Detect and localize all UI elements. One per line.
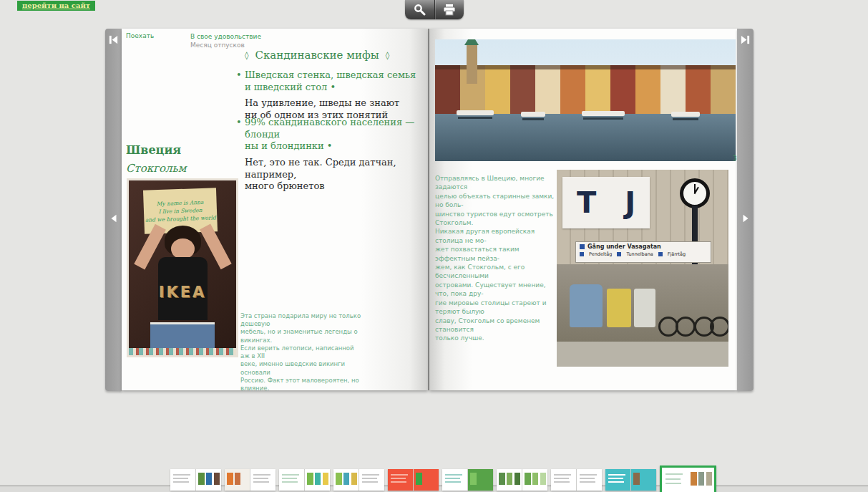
right-page[interactable]: Отправляясь в Швецию, многие задаются це…: [429, 29, 737, 390]
thumbnail-page: [688, 468, 713, 492]
photo-figure: [171, 238, 195, 259]
service-label: Fjärrtåg: [668, 251, 686, 257]
thumbnail-page: [577, 469, 602, 491]
filmstrip-thumbnail[interactable]: [551, 469, 602, 491]
thumbnail-page: [468, 469, 493, 491]
next-page-button[interactable]: [737, 210, 754, 227]
recycling-bin: [607, 289, 631, 327]
diamond-icon: ◊: [245, 51, 248, 60]
visit-site-link[interactable]: перейти на сайт: [17, 1, 95, 11]
filmstrip-thumbnail[interactable]: [333, 469, 384, 491]
boat: [457, 110, 494, 115]
subrubric: В свое удовольствие Месяц отпусков: [190, 32, 261, 49]
filmstrip-thumbnail[interactable]: [279, 469, 330, 491]
rubric-label: Поехать: [126, 32, 154, 39]
thumbnail-page: [522, 469, 547, 491]
sign-pictogram-icon: [580, 244, 585, 249]
bullet-icon: •: [236, 117, 242, 127]
filmstrip-thumbnail[interactable]: [388, 469, 439, 491]
last-page-button[interactable]: [737, 31, 754, 48]
sign-title: Gång under Vasagatan: [587, 243, 661, 250]
right-navigation-strip: [737, 29, 754, 391]
skip-to-first-icon: [108, 34, 119, 45]
filmstrip-thumbnail[interactable]: [497, 469, 547, 491]
photo-figure: [129, 348, 236, 355]
left-page[interactable]: Поехать В свое удовольствие Месяц отпуск…: [122, 29, 428, 390]
recycling-bin: [634, 289, 655, 327]
boat: [582, 111, 625, 116]
search-icon: [414, 4, 426, 16]
country-heading: Швеция: [126, 143, 181, 157]
print-button[interactable]: [435, 0, 464, 19]
pavement: [557, 342, 728, 367]
metro-entrance-photo: T J Gång under Vasagatan Pendeltåg Tunne…: [557, 170, 728, 367]
thumbnail-page: [663, 468, 688, 492]
bullet-icon: •: [236, 69, 242, 80]
ikea-woman-photo: My name is Anna I live in Sweden and we …: [127, 178, 238, 357]
body-text: Отправляясь в Швецию, многие задаются це…: [435, 174, 555, 343]
vasagatan-sign: Gång under Vasagatan Pendeltåg Tunnelban…: [575, 241, 711, 263]
boat: [521, 112, 545, 117]
diamond-icon: ◊: [386, 51, 389, 60]
thumbnail-page: [359, 469, 384, 491]
previous-page-button[interactable]: [105, 210, 122, 227]
myth-answer: Нет, это не так. Среди датчан, например,…: [245, 157, 420, 193]
filmstrip-thumbnail-selected[interactable]: [660, 466, 716, 492]
flipbook: Поехать В свое удовольствие Месяц отпуск…: [105, 29, 754, 391]
bicycle-wheel: [710, 317, 728, 337]
thumbnail-page: [279, 469, 304, 491]
myth-item: • 99% скандинавского населения — блонди …: [245, 117, 420, 193]
skip-to-last-icon: [740, 34, 751, 45]
filmstrip-thumbnail[interactable]: [442, 469, 493, 491]
thumbnail-page: [170, 469, 195, 491]
rail-icon: [658, 252, 663, 256]
harbor-water: [435, 114, 736, 161]
metro-letters-sign: T J: [562, 177, 650, 228]
subrubric-line1: В свое удовольствие: [190, 32, 261, 41]
filmstrip-thumbnail[interactable]: [225, 469, 275, 491]
service-label: Pendeltåg: [589, 251, 612, 257]
page-number: 3: [733, 155, 737, 162]
zoom-button[interactable]: [405, 0, 435, 19]
filmstrip-thumbnail[interactable]: [605, 469, 656, 491]
recycling-bin: [570, 284, 603, 327]
thumbnail-page: [225, 469, 250, 491]
myth-item: • Шведская стенка, шведская семья и швед…: [245, 69, 420, 122]
tower-with-green-spire: [467, 44, 477, 84]
metro-letter-j: J: [625, 186, 635, 219]
metro-letter-t: T: [577, 186, 596, 219]
thumbnail-page: [497, 469, 522, 491]
thumbnail-page: [442, 469, 467, 491]
printer-icon: [443, 4, 456, 16]
city-heading: Стокгольм: [126, 162, 186, 175]
thumbnail-page: [388, 469, 413, 491]
bicycle-wheel: [676, 317, 696, 337]
stockholm-waterfront-photo: [435, 39, 736, 161]
footnote-text: Эта страна подарила миру не только дешев…: [240, 312, 364, 390]
thumbnail-page: [333, 469, 359, 491]
train-icon: [580, 252, 584, 256]
service-label: Tunnelbana: [626, 251, 653, 257]
boat: [671, 112, 700, 117]
arrow-right-icon: [741, 213, 751, 223]
myth-claim: Шведская стенка, шведская семья и шведск…: [245, 69, 420, 93]
myth-claim: 99% скандинавского населения — блонди ны…: [245, 117, 420, 153]
thumbnail-page: [631, 469, 656, 491]
section-title-text: Скандинавские мифы: [255, 49, 379, 62]
thumbnail-page: [551, 469, 576, 491]
filmstrip-thumbnail[interactable]: [170, 469, 221, 491]
first-page-button[interactable]: [105, 31, 122, 48]
thumbnail-page: [196, 469, 221, 491]
thumbnail-page: [305, 469, 330, 491]
viewer-toolbar: [405, 0, 464, 19]
thumbnail-page: [605, 469, 630, 491]
thumbnail-page: [250, 469, 275, 491]
street-clock: [680, 178, 710, 208]
photo-figure: [150, 322, 215, 351]
ikea-label: IKEA: [129, 284, 236, 301]
metro-icon: [617, 252, 621, 256]
left-navigation-strip: [105, 29, 122, 391]
thumbnail-page: [414, 469, 439, 491]
filmstrip: [170, 466, 720, 492]
arrow-left-icon: [109, 213, 119, 223]
